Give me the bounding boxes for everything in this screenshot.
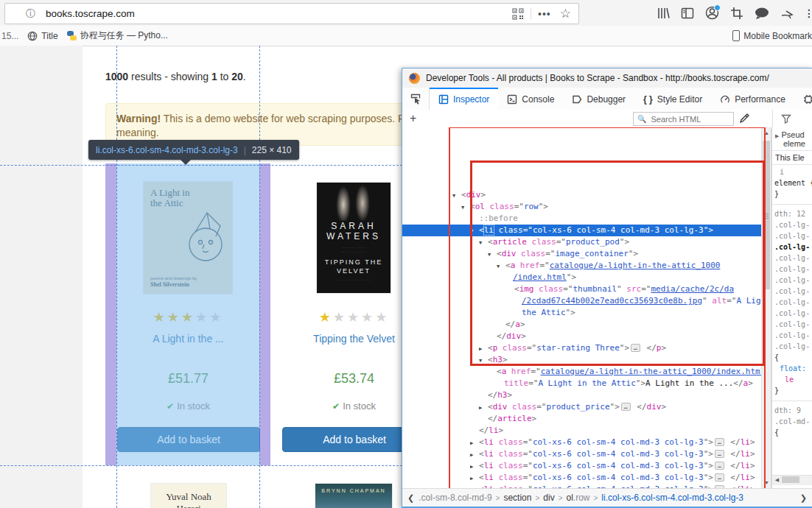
- markup-token-p: <: [479, 449, 484, 459]
- markup-token-p: >: [532, 414, 537, 423]
- expand-arrow-closed[interactable]: ▶: [470, 473, 473, 484]
- markup-line[interactable]: </h3>: [402, 389, 761, 401]
- expand-arrow-open[interactable]: ▼: [479, 237, 482, 249]
- markup-token-p: </: [726, 437, 741, 447]
- page-actions-icon[interactable]: •••: [538, 8, 551, 20]
- markup-token-p: <: [479, 225, 484, 235]
- markup-token-p: <: [505, 261, 511, 270]
- markup-line[interactable]: </a>: [402, 319, 761, 331]
- markup-line[interactable]: ▶<li class="col-xs-6 col-sm-4 col-md-3 c…: [402, 448, 761, 460]
- breadcrumb-separator: >: [594, 494, 598, 502]
- expand-arrow-open[interactable]: ▼: [497, 261, 500, 272]
- site-info-icon[interactable]: ⓘ: [26, 7, 35, 21]
- pick-element-button[interactable]: [402, 88, 430, 110]
- expand-arrow-closed[interactable]: ▶: [479, 343, 482, 355]
- scroll-left-arrow[interactable]: ◀: [772, 476, 782, 484]
- expand-arrow-open[interactable]: ▼: [488, 249, 491, 261]
- expand-arrow-closed[interactable]: ▶: [470, 449, 473, 461]
- breadcrumb-back-arrow[interactable]: ❮: [407, 493, 414, 503]
- hscrollbar-thumb[interactable]: [782, 476, 799, 483]
- sidebar-icon[interactable]: [680, 6, 695, 21]
- book-cover-image[interactable]: SARAH WATERS ··· ··········· ······ ····…: [317, 183, 391, 293]
- markup-line[interactable]: /index.html">: [402, 272, 761, 283]
- bookmark-item-title[interactable]: Title: [27, 31, 57, 41]
- markup-token-v: product_pod: [566, 237, 620, 247]
- breadcrumb-item[interactable]: li.col-xs-6.col-sm-4.col-md-3.col-lg-3: [601, 493, 743, 503]
- markup-line[interactable]: ▶<li class="col-xs-6 col-sm-4 col-md-3 c…: [402, 437, 761, 448]
- bookmark-item-python[interactable]: 协程与任务 — Pytho...: [67, 29, 168, 42]
- url-text[interactable]: books.toscrape.com: [46, 8, 135, 19]
- markup-token-p: ">: [629, 249, 638, 258]
- markup-token-t: li: [484, 473, 494, 482]
- breadcrumb-forward-arrow[interactable]: ❯: [800, 493, 807, 503]
- search-html-box[interactable]: 🔍: [633, 112, 734, 126]
- send-tab-icon[interactable]: [780, 6, 794, 21]
- pseudo-elements-twisty[interactable]: ▶ Pseud eleme: [772, 127, 812, 151]
- overflow-menu-icon[interactable]: ⋮: [804, 7, 812, 19]
- expand-arrow-open[interactable]: ▼: [470, 225, 473, 237]
- markup-line[interactable]: /2cdad67c44b002e7ead0cc35693c0e8b.jpg" a…: [402, 295, 761, 307]
- markup-line[interactable]: ▶<div class="product_price">… </div>: [402, 401, 761, 413]
- markup-line[interactable]: ▼<article class="product_pod">: [402, 236, 761, 248]
- memory-chip-icon: [803, 94, 812, 105]
- markup-line-selected[interactable]: ▼<li class="col-xs-6 col-sm-4 col-md-3 c…: [402, 225, 761, 236]
- tab-debugger[interactable]: Debugger: [563, 88, 634, 110]
- account-icon[interactable]: [704, 5, 720, 21]
- markup-line[interactable]: ▼<h3>: [402, 354, 761, 366]
- bookmark-item-cut[interactable]: 15...: [1, 31, 18, 41]
- library-icon[interactable]: [656, 6, 671, 21]
- markup-line[interactable]: </div>: [402, 331, 761, 342]
- filter-styles-icon[interactable]: [781, 113, 791, 124]
- expand-arrow-closed[interactable]: ▶: [479, 402, 482, 414]
- markup-line[interactable]: ::before: [402, 213, 761, 225]
- add-node-button[interactable]: +: [410, 113, 416, 124]
- screenshot-icon[interactable]: [729, 6, 744, 21]
- markup-line[interactable]: ▶<li class="col-xs-6 col-sm-4 col-md-3 c…: [402, 460, 761, 472]
- tab-inspector[interactable]: Inspector: [430, 88, 498, 110]
- markup-line[interactable]: ▼<div class="image_container">: [402, 248, 761, 260]
- eyedropper-icon[interactable]: [739, 113, 750, 124]
- markup-token-p: ">: [539, 202, 548, 211]
- qr-code-icon[interactable]: [512, 8, 524, 20]
- expand-arrow-closed[interactable]: ▶: [470, 437, 473, 449]
- markup-line[interactable]: </li>: [402, 425, 761, 437]
- markup-line[interactable]: ▶<li class="col-xs-6 col-sm-4 col-md-3 c…: [402, 472, 761, 484]
- rules-hscrollbar[interactable]: ◀: [772, 475, 812, 485]
- markup-token-p: >: [520, 320, 525, 329]
- book-cover-image[interactable]: Yuval Noah Harari: [151, 484, 226, 508]
- expand-arrow-open[interactable]: ▼: [461, 202, 464, 214]
- expand-arrow-open[interactable]: ▼: [452, 190, 455, 202]
- markup-line[interactable]: ▼<a href="catalogue/a-light-in-the-attic…: [402, 260, 761, 272]
- search-html-input[interactable]: [649, 114, 729, 124]
- markup-line[interactable]: ▶<p class="star-rating Three">… </p>: [402, 342, 761, 354]
- bookmark-item-mobile[interactable]: Mobile Bookmark: [732, 30, 812, 41]
- tab-console[interactable]: Console: [498, 88, 563, 110]
- devtools-titlebar[interactable]: Developer Tools - All products | Books t…: [402, 68, 812, 88]
- markup-line[interactable]: <img class="thumbnail" src="media/cache/…: [402, 283, 761, 295]
- markup-scrollbar[interactable]: ▲ ▼: [761, 127, 771, 488]
- expand-arrow-closed[interactable]: ▶: [470, 461, 473, 473]
- tab-performance[interactable]: Performance: [711, 88, 794, 110]
- markup-line[interactable]: title="A Light in the Attic">A Light in …: [402, 378, 761, 389]
- breadcrumb-item[interactable]: section: [503, 493, 531, 503]
- devtools-window: Developer Tools - All products | Books t…: [402, 68, 812, 508]
- breadcrumb-item[interactable]: .col-sm-8.col-md-9: [419, 493, 491, 503]
- markup-line[interactable]: </article>: [402, 413, 761, 425]
- breadcrumb-item[interactable]: ol.row: [566, 493, 589, 503]
- messages-icon[interactable]: [754, 6, 770, 21]
- expand-arrow-open[interactable]: ▼: [479, 355, 482, 367]
- markup-line[interactable]: ▼<div>: [402, 189, 761, 201]
- markup-line[interactable]: ▼<ol class="row">: [402, 201, 761, 213]
- breadcrumb-item[interactable]: div: [543, 493, 554, 503]
- markup-line[interactable]: the Attic">: [402, 307, 761, 319]
- markup-token-p: =": [556, 237, 566, 247]
- css-rule-fragment: dth: 12: [772, 208, 812, 219]
- book-cover-image[interactable]: BRYNN CHAPMAN: [315, 484, 392, 508]
- tab-style-editor[interactable]: { } Style Editor: [634, 88, 711, 110]
- devtools-main: ▼<div>▼<ol class="row">::before▼<li clas…: [402, 127, 812, 488]
- tab-memory[interactable]: M: [794, 88, 812, 110]
- scrollbar-thumb[interactable]: [763, 141, 770, 289]
- bookmark-star-icon[interactable]: ☆: [560, 6, 571, 21]
- markup-line[interactable]: <a href="catalogue/a-light-in-the-attic_…: [402, 366, 761, 378]
- url-bar[interactable]: ⓘ books.toscrape.com ••• ☆: [4, 3, 579, 24]
